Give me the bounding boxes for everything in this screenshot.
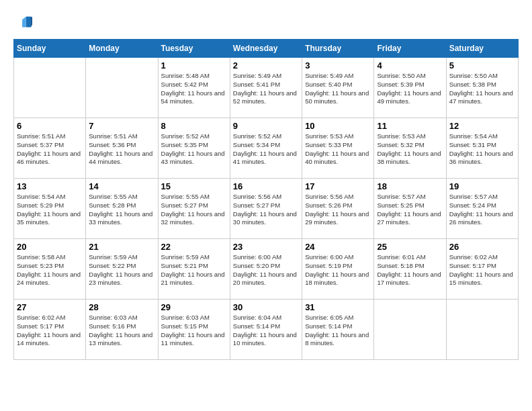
day-info: Sunrise: 6:01 AM Sunset: 5:18 PM Dayligh…	[377, 253, 443, 287]
calendar-cell: 1Sunrise: 5:48 AM Sunset: 5:42 PM Daylig…	[158, 58, 230, 118]
calendar-cell: 3Sunrise: 5:49 AM Sunset: 5:40 PM Daylig…	[302, 58, 374, 118]
day-info: Sunrise: 5:59 AM Sunset: 5:21 PM Dayligh…	[161, 253, 227, 287]
day-number: 31	[305, 302, 371, 312]
calendar-cell: 14Sunrise: 5:55 AM Sunset: 5:28 PM Dayli…	[86, 179, 158, 239]
day-info: Sunrise: 5:59 AM Sunset: 5:22 PM Dayligh…	[89, 253, 154, 287]
day-info: Sunrise: 5:49 AM Sunset: 5:40 PM Dayligh…	[305, 72, 371, 106]
calendar-cell: 17Sunrise: 5:56 AM Sunset: 5:26 PM Dayli…	[302, 179, 374, 239]
day-info: Sunrise: 6:05 AM Sunset: 5:14 PM Dayligh…	[305, 314, 371, 348]
day-info: Sunrise: 5:56 AM Sunset: 5:26 PM Dayligh…	[305, 193, 371, 227]
logo-icon	[13, 13, 32, 32]
calendar-cell: 11Sunrise: 5:53 AM Sunset: 5:32 PM Dayli…	[374, 118, 446, 179]
day-number: 29	[161, 302, 227, 312]
weekday-header: Wednesday	[230, 40, 302, 58]
day-number: 28	[89, 302, 154, 312]
calendar-cell: 27Sunrise: 6:02 AM Sunset: 5:17 PM Dayli…	[14, 300, 86, 360]
calendar-cell: 29Sunrise: 6:03 AM Sunset: 5:15 PM Dayli…	[158, 300, 230, 360]
day-number: 14	[89, 181, 154, 191]
calendar-table: SundayMondayTuesdayWednesdayThursdayFrid…	[13, 39, 519, 360]
calendar-cell: 19Sunrise: 5:57 AM Sunset: 5:24 PM Dayli…	[446, 179, 518, 239]
calendar-cell: 8Sunrise: 5:52 AM Sunset: 5:35 PM Daylig…	[158, 118, 230, 179]
day-number: 30	[233, 302, 299, 312]
day-info: Sunrise: 5:51 AM Sunset: 5:36 PM Dayligh…	[89, 132, 154, 167]
day-info: Sunrise: 5:55 AM Sunset: 5:27 PM Dayligh…	[161, 193, 227, 227]
day-info: Sunrise: 5:53 AM Sunset: 5:32 PM Dayligh…	[377, 132, 443, 167]
calendar-week-row: 6Sunrise: 5:51 AM Sunset: 5:37 PM Daylig…	[14, 118, 519, 179]
day-number: 23	[233, 242, 299, 252]
calendar-cell: 30Sunrise: 6:04 AM Sunset: 5:14 PM Dayli…	[230, 300, 302, 360]
calendar-cell	[86, 58, 158, 118]
calendar-cell: 9Sunrise: 5:52 AM Sunset: 5:34 PM Daylig…	[230, 118, 302, 179]
day-info: Sunrise: 5:51 AM Sunset: 5:37 PM Dayligh…	[17, 132, 83, 167]
svg-marker-1	[22, 17, 26, 28]
day-number: 9	[233, 121, 299, 131]
day-info: Sunrise: 5:56 AM Sunset: 5:27 PM Dayligh…	[233, 193, 299, 227]
calendar-cell: 15Sunrise: 5:55 AM Sunset: 5:27 PM Dayli…	[158, 179, 230, 239]
day-info: Sunrise: 6:00 AM Sunset: 5:20 PM Dayligh…	[233, 253, 299, 287]
day-info: Sunrise: 6:03 AM Sunset: 5:16 PM Dayligh…	[89, 314, 154, 348]
calendar-header-row: SundayMondayTuesdayWednesdayThursdayFrid…	[14, 40, 519, 58]
day-number: 21	[89, 242, 154, 252]
day-number: 7	[89, 121, 154, 131]
calendar-cell: 22Sunrise: 5:59 AM Sunset: 5:21 PM Dayli…	[158, 239, 230, 300]
weekday-header: Saturday	[446, 40, 518, 58]
day-number: 16	[233, 181, 299, 191]
calendar-cell: 21Sunrise: 5:59 AM Sunset: 5:22 PM Dayli…	[86, 239, 158, 300]
day-number: 26	[449, 242, 515, 252]
calendar-cell: 10Sunrise: 5:53 AM Sunset: 5:33 PM Dayli…	[302, 118, 374, 179]
day-number: 6	[17, 121, 83, 131]
calendar-cell: 20Sunrise: 5:58 AM Sunset: 5:23 PM Dayli…	[14, 239, 86, 300]
day-info: Sunrise: 5:50 AM Sunset: 5:39 PM Dayligh…	[377, 72, 443, 106]
day-number: 10	[305, 121, 371, 131]
svg-marker-2	[31, 17, 32, 28]
calendar-cell	[374, 300, 446, 360]
calendar-cell: 25Sunrise: 6:01 AM Sunset: 5:18 PM Dayli…	[374, 239, 446, 300]
calendar-cell: 12Sunrise: 5:54 AM Sunset: 5:31 PM Dayli…	[446, 118, 518, 179]
weekday-header: Friday	[374, 40, 446, 58]
day-info: Sunrise: 5:57 AM Sunset: 5:25 PM Dayligh…	[377, 193, 443, 227]
day-info: Sunrise: 5:57 AM Sunset: 5:24 PM Dayligh…	[449, 193, 515, 227]
calendar-cell: 2Sunrise: 5:49 AM Sunset: 5:41 PM Daylig…	[230, 58, 302, 118]
calendar-cell: 23Sunrise: 6:00 AM Sunset: 5:20 PM Dayli…	[230, 239, 302, 300]
weekday-header: Thursday	[302, 40, 374, 58]
calendar-cell: 6Sunrise: 5:51 AM Sunset: 5:37 PM Daylig…	[14, 118, 86, 179]
day-info: Sunrise: 6:00 AM Sunset: 5:19 PM Dayligh…	[305, 253, 371, 287]
day-number: 22	[161, 242, 227, 252]
svg-marker-0	[26, 17, 31, 28]
day-info: Sunrise: 5:52 AM Sunset: 5:34 PM Dayligh…	[233, 132, 299, 167]
day-number: 17	[305, 181, 371, 191]
day-number: 11	[377, 121, 443, 131]
calendar-cell	[446, 300, 518, 360]
day-number: 20	[17, 242, 83, 252]
day-number: 4	[377, 60, 443, 71]
day-number: 8	[161, 121, 227, 131]
logo	[13, 13, 35, 32]
calendar-cell: 13Sunrise: 5:54 AM Sunset: 5:29 PM Dayli…	[14, 179, 86, 239]
day-info: Sunrise: 5:50 AM Sunset: 5:38 PM Dayligh…	[449, 72, 515, 106]
day-number: 12	[449, 121, 515, 131]
calendar-cell: 16Sunrise: 5:56 AM Sunset: 5:27 PM Dayli…	[230, 179, 302, 239]
day-info: Sunrise: 5:49 AM Sunset: 5:41 PM Dayligh…	[233, 72, 299, 106]
calendar-week-row: 27Sunrise: 6:02 AM Sunset: 5:17 PM Dayli…	[14, 300, 519, 360]
day-number: 24	[305, 242, 371, 252]
day-number: 13	[17, 181, 83, 191]
day-number: 3	[305, 60, 371, 71]
calendar-cell: 28Sunrise: 6:03 AM Sunset: 5:16 PM Dayli…	[86, 300, 158, 360]
day-info: Sunrise: 5:53 AM Sunset: 5:33 PM Dayligh…	[305, 132, 371, 167]
calendar-cell	[14, 58, 86, 118]
page-header	[13, 13, 519, 32]
day-info: Sunrise: 5:48 AM Sunset: 5:42 PM Dayligh…	[161, 72, 227, 106]
day-number: 18	[377, 181, 443, 191]
calendar-week-row: 20Sunrise: 5:58 AM Sunset: 5:23 PM Dayli…	[14, 239, 519, 300]
calendar-week-row: 13Sunrise: 5:54 AM Sunset: 5:29 PM Dayli…	[14, 179, 519, 239]
day-info: Sunrise: 5:52 AM Sunset: 5:35 PM Dayligh…	[161, 132, 227, 167]
calendar-cell: 5Sunrise: 5:50 AM Sunset: 5:38 PM Daylig…	[446, 58, 518, 118]
day-info: Sunrise: 6:02 AM Sunset: 5:17 PM Dayligh…	[449, 253, 515, 287]
calendar-cell: 18Sunrise: 5:57 AM Sunset: 5:25 PM Dayli…	[374, 179, 446, 239]
weekday-header: Sunday	[14, 40, 86, 58]
day-number: 27	[17, 302, 83, 312]
day-number: 2	[233, 60, 299, 71]
day-info: Sunrise: 6:03 AM Sunset: 5:15 PM Dayligh…	[161, 314, 227, 348]
calendar-cell: 4Sunrise: 5:50 AM Sunset: 5:39 PM Daylig…	[374, 58, 446, 118]
day-info: Sunrise: 6:04 AM Sunset: 5:14 PM Dayligh…	[233, 314, 299, 348]
